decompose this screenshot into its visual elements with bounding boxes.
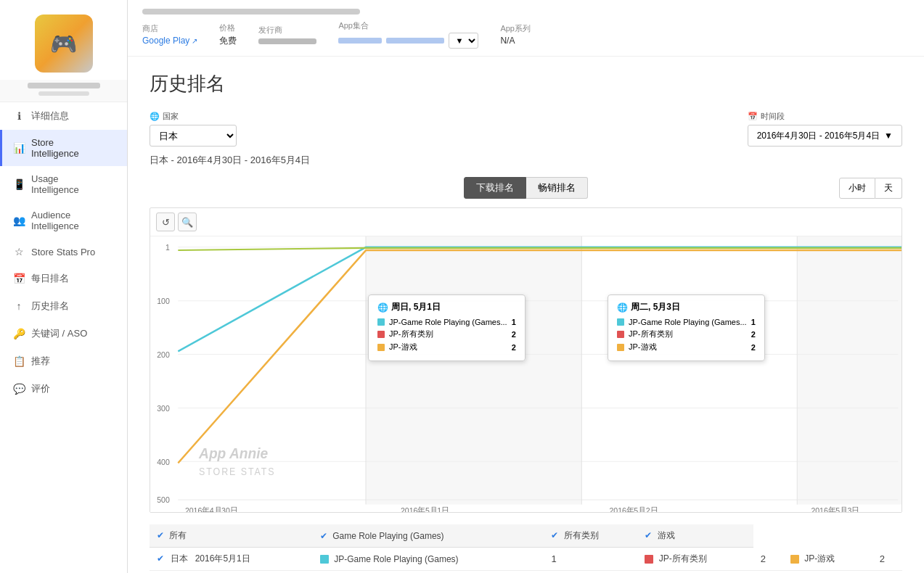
row-check-icon: ✔: [157, 553, 164, 564]
tooltip-globe-icon-2: 🌐: [617, 302, 628, 313]
tooltip-label-1-1: JP-Game Role Playing (Games...: [389, 318, 507, 326]
key-icon: 🔑: [12, 328, 25, 339]
col-label-games: 游戏: [658, 530, 675, 540]
sidebar-item-reviews[interactable]: 💬 评价: [0, 375, 127, 403]
table-header-row: ✔ 所有 ✔ Game Role Playing (Games) ✔ 所有类别 …: [150, 524, 902, 548]
date-range-label-text: 时间段: [761, 111, 785, 122]
app-header: 商店 Google Play ↗ 价格 免费 发行商 App集合: [128, 0, 924, 57]
chat-icon: 💬: [12, 383, 25, 395]
svg-text:2016年4月30日: 2016年4月30日: [185, 506, 237, 512]
tooltip-color-1-2: [377, 331, 385, 338]
bundle-controls: ▼: [338, 33, 478, 49]
tooltip-row-1-3: JP-游戏 2: [377, 342, 516, 353]
tooltip-row-1-2: JP-所有类别 2: [377, 329, 516, 339]
tooltip-val-2-2: 2: [751, 330, 756, 339]
tooltip-row-2-1: JP-Game Role Playing (Games... 1: [617, 318, 756, 326]
check-games-icon: ✔: [645, 530, 652, 540]
tooltip-label-2-3: JP-游戏: [629, 342, 747, 353]
chart-container: ↺ 🔍 1 100 200 300 400 500: [150, 207, 902, 513]
store-meta: 商店 Google Play ↗: [142, 23, 197, 46]
chart-tooltip-1: 🌐 周日, 5月1日 JP-Game Role Playing (Games..…: [368, 294, 526, 361]
country-select[interactable]: 日本: [150, 125, 237, 147]
price-meta: 价格 免费: [219, 22, 237, 47]
app-meta-row: 商店 Google Play ↗ 价格 免费 发行商 App集合: [142, 20, 909, 49]
country-filter: 🌐 国家 日本: [150, 111, 237, 147]
external-link-icon: ↗: [192, 37, 197, 45]
chart-actions: 下载排名 畅销排名 小时 天: [150, 177, 902, 199]
rank3-cell: 2: [872, 548, 902, 571]
dropdown-icon: ▼: [884, 131, 893, 141]
filters-row: 🌐 国家 日本 📅 时间段 2016年4月30日 - 2016年5月4日 ▼: [150, 111, 902, 147]
tooltip-val-1-2: 2: [512, 330, 516, 339]
sidebar-item-label: 每日排名: [31, 272, 69, 285]
store-link[interactable]: Google Play ↗: [142, 36, 197, 46]
row-category3: JP-游戏: [783, 548, 872, 571]
row-category1: JP-Game Role Playing (Games): [313, 548, 544, 571]
sidebar-item-keyword-aso[interactable]: 🔑 关键词 / ASO: [0, 320, 127, 347]
sidebar-item-store-intelligence[interactable]: 📊 StoreIntelligence: [0, 130, 127, 166]
svg-text:2016年5月1日: 2016年5月1日: [401, 506, 449, 512]
sidebar-item-daily-ranking[interactable]: 📅 每日排名: [0, 265, 127, 292]
bundle-meta: App集合 ▼: [338, 20, 478, 49]
svg-text:2016年5月3日: 2016年5月3日: [811, 506, 859, 512]
sales-rank-button[interactable]: 畅销排名: [526, 177, 588, 199]
sidebar-item-label: Store Stats Pro: [31, 247, 95, 257]
rank2-cell: 2: [753, 548, 783, 571]
tooltip-title-1: 🌐 周日, 5月1日: [377, 301, 516, 313]
sidebar: 🎮 ℹ 详细信息 📊 StoreIntelligence 📱 UsageInte…: [0, 0, 128, 573]
tooltip-label-2-1: JP-Game Role Playing (Games...: [629, 318, 747, 326]
data-table: ✔ 所有 ✔ Game Role Playing (Games) ✔ 所有类别 …: [150, 524, 902, 571]
sidebar-item-details[interactable]: ℹ 详细信息: [0, 102, 127, 130]
chart-search-button[interactable]: 🔍: [178, 213, 197, 231]
cat3-label: JP-游戏: [804, 553, 835, 564]
check-all-category-icon: ✔: [551, 530, 558, 540]
chart-toolbar: ↺ 🔍: [150, 208, 901, 236]
publisher-meta: 发行商: [258, 25, 316, 44]
check-game-role-icon: ✔: [320, 531, 327, 541]
day-button[interactable]: 天: [875, 178, 902, 199]
sidebar-item-store-stats-pro[interactable]: ☆ Store Stats Pro: [0, 239, 127, 265]
svg-text:500: 500: [157, 495, 170, 505]
col-label-all-category: 所有类别: [564, 530, 599, 540]
cat1-label: JP-Game Role Playing (Games): [334, 554, 458, 564]
chart-tooltip-2: 🌐 周二, 5月3日 JP-Game Role Playing (Games..…: [608, 294, 765, 361]
app-logo: 🎮: [35, 15, 93, 73]
col-header-games: ✔ 游戏: [637, 524, 753, 548]
svg-text:STORE STATS: STORE STATS: [199, 466, 275, 478]
hour-button[interactable]: 小时: [839, 178, 875, 199]
sidebar-item-label: 历史排名: [31, 300, 69, 313]
price-label: 价格: [219, 22, 237, 33]
sidebar-item-usage-intelligence[interactable]: 📱 UsageIntelligence: [0, 166, 127, 202]
download-rank-button[interactable]: 下载排名: [464, 177, 526, 199]
tooltip-val-1-3: 2: [512, 343, 516, 352]
bundle-bar2: [386, 38, 444, 44]
tooltip-row-2-2: JP-所有类别 2: [617, 329, 756, 339]
audience-intel-icon: 👥: [12, 215, 25, 226]
tooltip-color-2-2: [617, 331, 624, 338]
col-header-game-role: ✔ Game Role Playing (Games): [313, 524, 544, 548]
star-icon: ☆: [12, 246, 25, 257]
tooltip-color-1-3: [377, 344, 385, 351]
publisher-label: 发行商: [258, 25, 316, 36]
tooltip-val-2-1: 1: [751, 318, 756, 326]
chart-svg: 1 100 200 300 400 500: [150, 236, 901, 512]
chart-reset-button[interactable]: ↺: [156, 213, 175, 231]
sidebar-item-label: AudienceIntelligence: [31, 210, 79, 231]
sidebar-item-label: 推荐: [31, 355, 50, 368]
sidebar-item-history-ranking[interactable]: ↑ 历史排名: [0, 292, 127, 320]
tooltip-row-1-1: JP-Game Role Playing (Games... 1: [377, 318, 516, 326]
rank1-cell: 1: [544, 548, 637, 571]
sidebar-item-label: 关键词 / ASO: [31, 327, 87, 340]
row-category2: JP-所有类别: [637, 548, 753, 571]
main-content: 商店 Google Play ↗ 价格 免费 发行商 App集合: [128, 0, 924, 573]
tooltip-val-2-3: 2: [751, 343, 756, 352]
svg-text:2016年5月2日: 2016年5月2日: [610, 506, 658, 512]
date-range-button[interactable]: 2016年4月30日 - 2016年5月4日 ▼: [748, 125, 902, 147]
series-meta: App系列 N/A: [500, 23, 531, 46]
tooltip-label-1-2: JP-所有类别: [389, 329, 507, 339]
col-header-all-category: ✔ 所有类别: [544, 524, 637, 548]
tooltip-row-2-3: JP-游戏 2: [617, 342, 756, 353]
bundle-select[interactable]: ▼: [449, 33, 478, 49]
sidebar-item-recommend[interactable]: 📋 推荐: [0, 347, 127, 375]
sidebar-item-audience-intelligence[interactable]: 👥 AudienceIntelligence: [0, 202, 127, 239]
